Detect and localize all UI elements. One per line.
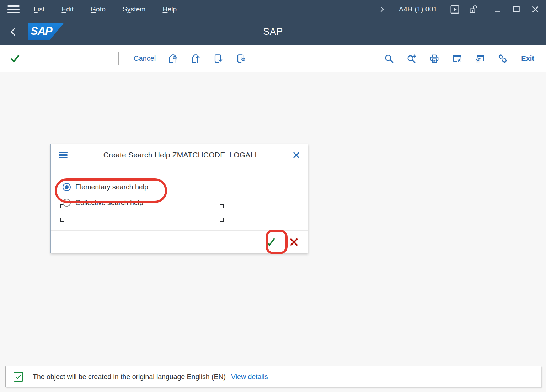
application-toolbar: Cancel xyxy=(0,45,546,72)
menu-edit[interactable]: Edit xyxy=(61,5,74,13)
radio-label: Elementary search help xyxy=(75,183,148,191)
radio-label: Collective search help xyxy=(75,199,143,207)
hamburger-menu-icon[interactable] xyxy=(7,5,20,13)
page-title: SAP xyxy=(0,26,546,37)
title-header: SAP SAP xyxy=(0,18,546,45)
dialog-footer xyxy=(51,230,308,253)
command-field[interactable] xyxy=(30,52,119,65)
menu-items: List Edit Goto System Help xyxy=(34,5,177,13)
unlocked-padlock-icon[interactable] xyxy=(469,5,479,14)
menu-goto[interactable]: Goto xyxy=(91,5,106,13)
maximize-icon[interactable] xyxy=(512,5,521,13)
confirm-check-button[interactable] xyxy=(264,235,277,249)
settings-gears-icon[interactable] xyxy=(498,54,508,64)
cancel-x-button[interactable] xyxy=(287,235,301,249)
create-search-help-dialog: Create Search Help ZMATCHCODE_LOGALI Ele… xyxy=(50,144,308,253)
dialog-title: Create Search Help ZMATCHCODE_LOGALI xyxy=(68,151,293,159)
menu-system[interactable]: System xyxy=(123,5,146,13)
command-input[interactable] xyxy=(29,52,116,65)
previous-page-icon[interactable] xyxy=(190,54,200,64)
success-checkbox-icon xyxy=(14,372,23,382)
back-icon[interactable] xyxy=(9,27,18,37)
menu-help[interactable]: Help xyxy=(163,5,177,13)
menu-bar: List Edit Goto System Help A4H (1) 001 xyxy=(0,0,546,18)
radio-button-icon[interactable] xyxy=(63,183,71,191)
dialog-close-icon[interactable] xyxy=(293,151,300,159)
status-message-bar: The object will be created in the origin… xyxy=(5,366,541,387)
system-session-id: A4H (1) 001 xyxy=(399,5,437,13)
radio-collective-search-help[interactable]: Collective search help xyxy=(63,197,308,208)
sap-logo: SAP xyxy=(28,23,64,40)
print-icon[interactable] xyxy=(429,54,439,64)
radio-button-icon[interactable] xyxy=(63,199,71,207)
view-details-link[interactable]: View details xyxy=(231,373,268,381)
dialog-titlebar: Create Search Help ZMATCHCODE_LOGALI xyxy=(51,144,308,166)
minimize-icon[interactable] xyxy=(494,5,502,13)
find-icon[interactable] xyxy=(384,54,394,64)
next-page-icon[interactable] xyxy=(213,54,223,64)
exit-button[interactable]: Exit xyxy=(521,54,534,63)
dialog-menu-icon[interactable] xyxy=(59,152,68,158)
dialog-body: Elementary search help Collective search… xyxy=(51,166,308,230)
radio-elementary-search-help[interactable]: Elementary search help xyxy=(63,182,308,193)
last-page-icon[interactable] xyxy=(235,54,245,64)
gui-scripting-play-icon[interactable] xyxy=(450,5,460,14)
new-session-icon[interactable] xyxy=(475,54,485,64)
close-icon[interactable] xyxy=(531,5,539,13)
main-content: Create Search Help ZMATCHCODE_LOGALI Ele… xyxy=(0,72,546,392)
chevron-right-icon[interactable] xyxy=(378,5,386,13)
first-page-icon[interactable] xyxy=(167,54,177,64)
create-shortcut-icon[interactable] xyxy=(452,54,462,64)
find-next-icon[interactable] xyxy=(407,54,417,64)
menu-list[interactable]: List xyxy=(34,5,44,13)
status-message: The object will be created in the origin… xyxy=(33,373,226,381)
cancel-button[interactable]: Cancel xyxy=(134,54,156,63)
enter-check-icon[interactable] xyxy=(10,53,20,64)
